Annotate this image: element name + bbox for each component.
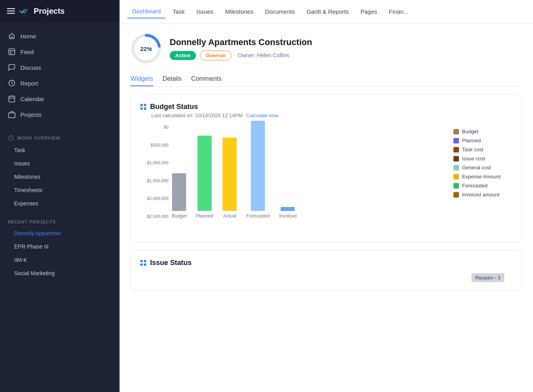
sidebar-item-issues[interactable]: Issues [0, 157, 120, 170]
bars-group: Budget Planned Actual [172, 125, 444, 219]
badge-active: Active [170, 51, 196, 60]
sidebar-item-home[interactable]: Home [0, 28, 120, 44]
tab-comments[interactable]: Comments [191, 72, 221, 86]
sidebar-header: Projects [0, 0, 120, 22]
project-title: Donnelly Apartments Construction [170, 37, 312, 47]
legend-forecasted-dot [453, 183, 459, 189]
sidebar-item-projects[interactable]: Projects [0, 107, 120, 122]
logo-icon [19, 5, 30, 16]
reopen-badge: Reopen - 3 [471, 273, 504, 282]
sidebar-item-task[interactable]: Task [0, 143, 120, 157]
tab-documents[interactable]: Documents [260, 5, 299, 18]
legend-planned-dot [453, 138, 459, 143]
budget-status-widget: Budget Status Last calculated on: 10/14/… [131, 94, 522, 243]
tab-pages[interactable]: Pages [356, 5, 382, 18]
legend-planned: Planned [453, 138, 512, 143]
sidebar-item-discuss[interactable]: Discuss [0, 60, 120, 75]
recent-project-social[interactable]: Social Marketing [0, 267, 120, 280]
legend-taskcost: Task cost [453, 147, 512, 152]
recent-project-epr[interactable]: EPR Phase III [0, 240, 120, 253]
recent-project-donnely[interactable]: Donnely Appartmer [0, 227, 120, 240]
badge-overrun: Overrun [200, 51, 232, 60]
legend-generalcost-dot [453, 165, 459, 171]
content-area: 22% Donnelly Apartments Construction Act… [120, 24, 533, 392]
sidebar-item-timesheets[interactable]: Timesheets [0, 183, 120, 197]
svg-rect-8 [9, 113, 15, 118]
work-overview-section: WORK OVERVIEW [0, 129, 120, 143]
recent-project-iimk[interactable]: IIM-K [0, 253, 120, 267]
sidebar: Projects Home Feed Discuss Report Calend… [0, 0, 120, 392]
tab-dashboard[interactable]: Dashboard [127, 5, 165, 18]
page-tabs: Widgets Details Comments [131, 72, 522, 87]
sidebar-item-report[interactable]: Report [0, 75, 120, 91]
bar-actual: Actual [223, 138, 237, 219]
issue-widget-header: Issue Status [140, 259, 512, 267]
legend-issuecost-dot [453, 156, 459, 162]
calendar-icon [8, 95, 16, 103]
hamburger-icon[interactable] [7, 8, 15, 14]
svg-rect-4 [9, 96, 15, 102]
svg-rect-0 [9, 49, 15, 55]
bar-invoiced: Invoiced [279, 207, 297, 219]
chart-area: $2,500,000 $2,000,000 $1,500,000 $1,000,… [140, 125, 444, 234]
tab-widgets[interactable]: Widgets [131, 72, 153, 86]
budget-widget-title: Budget Status [150, 103, 198, 111]
legend-taskcost-dot [453, 147, 459, 152]
report-icon [8, 79, 16, 87]
legend-invoiced-dot [453, 192, 459, 198]
legend-issuecost: Issue cost [453, 156, 512, 162]
tab-gantt[interactable]: Gantt & Reports [302, 5, 354, 18]
tab-details[interactable]: Details [163, 72, 182, 86]
bar-budget: Budget [172, 173, 187, 219]
budget-widget-subtitle: Last calculated on: 10/14/2020 12:14PM C… [151, 113, 512, 118]
calculate-now-link[interactable]: Calculate now [246, 113, 278, 118]
legend-expense: Expense Amount [453, 174, 512, 180]
progress-label: 22% [140, 45, 152, 52]
tab-finan[interactable]: Finan... [384, 5, 413, 18]
sidebar-item-milestones[interactable]: Milestones [0, 170, 120, 183]
project-owner: Owner: Helen Collins [238, 52, 290, 58]
discuss-icon [8, 64, 16, 71]
home-icon [8, 32, 16, 40]
tab-task[interactable]: Task [168, 5, 189, 18]
bar-forecasted: Forecasted [246, 121, 270, 219]
feed-icon [8, 48, 16, 56]
sidebar-item-expenses[interactable]: Expenses [0, 197, 120, 210]
main-content: Dashboard Task Issues Milestones Documen… [120, 0, 533, 392]
budget-widget-header: Budget Status [140, 103, 512, 111]
project-info: Donnelly Apartments Construction Active … [170, 37, 312, 60]
chart-container: $2,500,000 $2,000,000 $1,500,000 $1,000,… [140, 125, 512, 234]
legend-forecasted: Forecasted [453, 183, 512, 189]
legend-budget-dot [453, 129, 459, 134]
projects-icon [8, 111, 16, 118]
sidebar-title: Projects [34, 7, 65, 16]
legend-generalcost: General cost [453, 165, 512, 171]
legend-invoiced: Invoiced amount [453, 192, 512, 198]
work-overview-icon [8, 135, 14, 141]
project-header: 22% Donnelly Apartments Construction Act… [131, 33, 522, 64]
top-nav: Dashboard Task Issues Milestones Documen… [120, 0, 533, 24]
sidebar-nav: Home Feed Discuss Report Calendar Projec… [0, 22, 120, 129]
tab-milestones[interactable]: Milestones [221, 5, 258, 18]
progress-circle: 22% [131, 33, 162, 64]
project-badges: Active Overrun Owner: Helen Collins [170, 51, 312, 60]
y-axis: $2,500,000 $2,000,000 $1,500,000 $1,000,… [140, 125, 171, 219]
sidebar-item-calendar[interactable]: Calendar [0, 91, 120, 107]
bar-chart: $2,500,000 $2,000,000 $1,500,000 $1,000,… [140, 125, 444, 234]
issue-widget-title: Issue Status [150, 259, 192, 267]
chart-legend: Budget Planned Task cost Issue cost [453, 125, 512, 198]
sidebar-item-feed[interactable]: Feed [0, 44, 120, 60]
recent-projects-section: RECENT PROJECTS [0, 213, 120, 227]
bar-planned: Planned [196, 136, 213, 219]
widget-dots-icon [140, 104, 146, 110]
legend-budget: Budget [453, 129, 512, 134]
tab-issues[interactable]: Issues [192, 5, 218, 18]
legend-expense-dot [453, 174, 459, 180]
issue-widget-dots [140, 260, 146, 266]
reopen-area: Reopen - 3 [140, 273, 512, 282]
issue-status-widget: Issue Status Reopen - 3 [131, 250, 522, 290]
